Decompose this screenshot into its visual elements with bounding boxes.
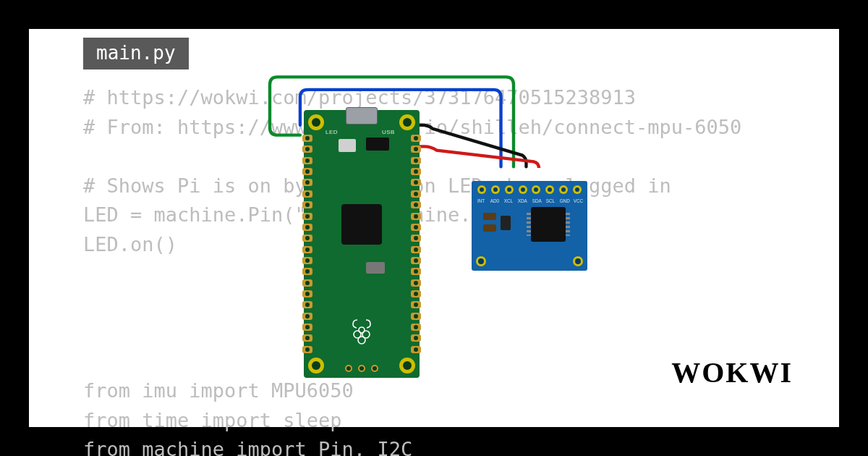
content-panel: main.py # https://wokwi.com/projects/373… xyxy=(29,29,839,427)
wokwi-wordmark: WOKWI xyxy=(671,355,793,389)
card-frame: main.py # https://wokwi.com/projects/373… xyxy=(0,0,868,456)
code-view: # https://wokwi.com/projects/37317647051… xyxy=(83,83,796,456)
file-tab[interactable]: main.py xyxy=(83,38,189,69)
